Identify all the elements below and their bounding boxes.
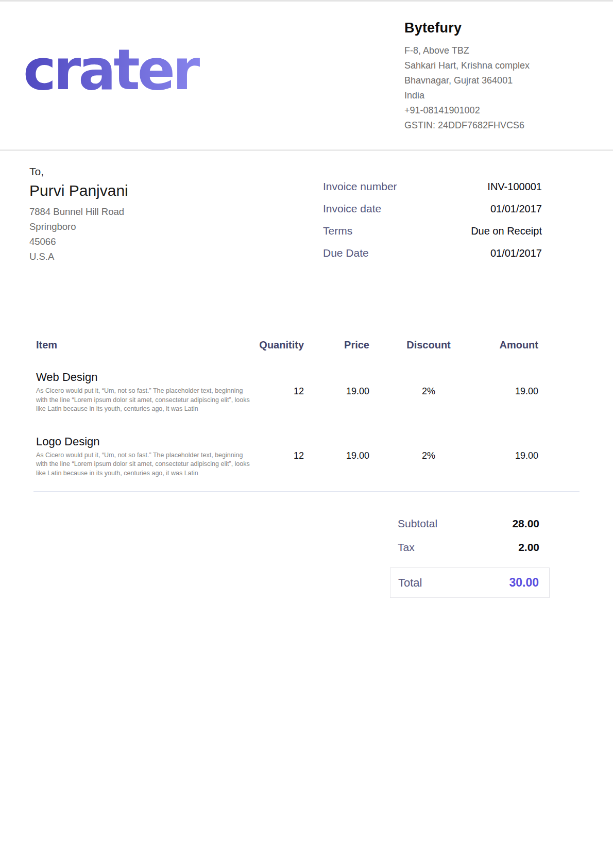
items-table: Item Quanitity Price Discount Amount Web… [33, 338, 580, 492]
due-date-value: 01/01/2017 [490, 245, 542, 261]
company-address-line: India [404, 88, 590, 103]
column-header-price: Price [304, 338, 369, 352]
invoice-page: crater Bytefury F-8, Above TBZ Sahkari H… [0, 0, 613, 868]
item-amount: 19.00 [488, 370, 538, 396]
invoice-date-row: Invoice date 01/01/2017 [323, 201, 542, 216]
item-quantity: 12 [252, 435, 304, 460]
crater-logo: crater [23, 37, 260, 106]
due-date-label: Due Date [323, 245, 369, 261]
column-header-amount: Amount [488, 338, 538, 352]
crater-logo-image: crater [23, 37, 260, 104]
item-quantity: 12 [252, 370, 304, 396]
crater-logo-text: crater [23, 38, 200, 102]
invoice-date-label: Invoice date [323, 201, 381, 216]
company-phone: +91-08141901002 [404, 103, 590, 118]
item-price: 19.00 [304, 370, 369, 396]
item-cell: Web Design As Cicero would put it, “Um, … [36, 370, 252, 414]
tax-label: Tax [398, 540, 415, 555]
item-description: As Cicero would put it, “Um, not so fast… [36, 451, 252, 478]
company-address-line: Bhavnagar, Gujrat 364001 [404, 73, 590, 88]
subtotal-value: 28.00 [512, 516, 539, 531]
billing-section: To, Purvi Panjvani 7884 Bunnel Hill Road… [0, 151, 613, 264]
item-cell: Logo Design As Cicero would put it, “Um,… [36, 435, 252, 478]
column-header-item: Item [36, 338, 252, 352]
column-header-discount: Discount [369, 338, 488, 352]
invoice-number-row: Invoice number INV-100001 [323, 179, 542, 194]
subtotal-row: Subtotal 28.00 [390, 516, 550, 531]
item-amount: 19.00 [488, 435, 538, 460]
total-value: 30.00 [509, 576, 539, 590]
company-block: Bytefury F-8, Above TBZ Sahkari Hart, Kr… [404, 20, 590, 133]
item-discount: 2% [369, 435, 488, 460]
terms-label: Terms [323, 223, 352, 239]
item-name: Logo Design [36, 435, 252, 449]
totals-section: Subtotal 28.00 Tax 2.00 Total 30.00 [390, 516, 550, 598]
company-name: Bytefury [404, 20, 590, 36]
item-description: As Cicero would put it, “Um, not so fast… [36, 387, 252, 414]
subtotal-label: Subtotal [398, 516, 437, 531]
tax-row: Tax 2.00 [390, 540, 550, 555]
table-divider [33, 491, 580, 492]
total-label: Total [398, 576, 422, 590]
company-gstin: GSTIN: 24DDF7682FHVCS6 [404, 118, 590, 133]
due-date-row: Due Date 01/01/2017 [323, 245, 542, 261]
invoice-date-value: 01/01/2017 [490, 201, 542, 216]
company-address: F-8, Above TBZ Sahkari Hart, Krishna com… [404, 43, 590, 133]
terms-value: Due on Receipt [471, 223, 542, 239]
company-address-line: F-8, Above TBZ [404, 43, 590, 58]
terms-row: Terms Due on Receipt [323, 223, 542, 239]
company-address-line: Sahkari Hart, Krishna complex [404, 58, 590, 73]
invoice-header: crater Bytefury F-8, Above TBZ Sahkari H… [0, 2, 613, 151]
column-header-quantity: Quanitity [252, 338, 304, 352]
items-table-header: Item Quanitity Price Discount Amount [33, 338, 580, 352]
invoice-number-value: INV-100001 [487, 179, 542, 194]
item-discount: 2% [369, 370, 488, 396]
invoice-number-label: Invoice number [323, 179, 397, 194]
tax-value: 2.00 [518, 540, 539, 555]
invoice-meta: Invoice number INV-100001 Invoice date 0… [323, 179, 542, 268]
item-name: Web Design [36, 370, 252, 385]
bill-to-label: To, [29, 165, 584, 178]
table-row: Logo Design As Cicero would put it, “Um,… [33, 435, 580, 478]
total-box: Total 30.00 [390, 567, 550, 598]
item-price: 19.00 [304, 435, 369, 460]
table-row: Web Design As Cicero would put it, “Um, … [33, 370, 580, 414]
